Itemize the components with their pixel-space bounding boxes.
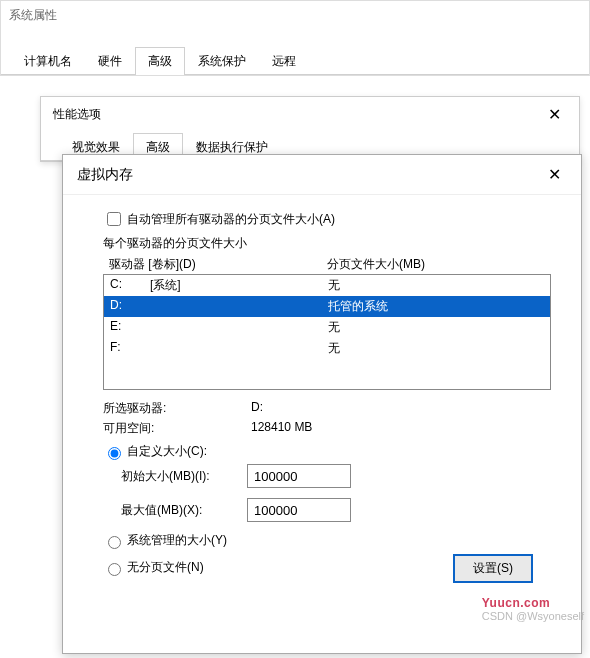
drive-list[interactable]: C: [系统] 无 D: 托管的系统 E: 无 F: 无 [103, 274, 551, 390]
max-size-label: 最大值(MB)(X): [103, 502, 247, 519]
system-managed-label: 系统管理的大小(Y) [127, 532, 227, 549]
system-properties-title: 系统属性 [9, 7, 57, 24]
tab-advanced[interactable]: 高级 [135, 47, 185, 75]
performance-options-title: 性能选项 [53, 106, 101, 123]
tab-computer-name[interactable]: 计算机名 [11, 47, 85, 75]
drive-size: 托管的系统 [328, 298, 544, 315]
no-paging-row: 无分页文件(N) [103, 559, 204, 576]
initial-size-input[interactable] [247, 464, 351, 488]
available-space-row: 可用空间: 128410 MB [103, 420, 551, 437]
drive-list-headers: 驱动器 [卷标](D) 分页文件大小(MB) [109, 256, 551, 273]
drive-letter: D: [110, 298, 150, 315]
each-drive-label: 每个驱动器的分页文件大小 [103, 235, 551, 252]
drive-label [150, 340, 328, 357]
custom-size-label: 自定义大小(C): [127, 443, 207, 460]
custom-size-radio[interactable] [108, 447, 121, 460]
system-managed-radio[interactable] [108, 536, 121, 549]
selected-drive-label: 所选驱动器: [103, 400, 251, 417]
drive-row-d[interactable]: D: 托管的系统 [104, 296, 550, 317]
drive-row-e[interactable]: E: 无 [104, 317, 550, 338]
custom-size-row: 自定义大小(C): [103, 443, 551, 460]
drive-size: 无 [328, 277, 544, 294]
auto-manage-label: 自动管理所有驱动器的分页文件大小(A) [127, 211, 335, 228]
virtual-memory-body: 自动管理所有驱动器的分页文件大小(A) 每个驱动器的分页文件大小 驱动器 [卷标… [63, 195, 581, 597]
initial-size-label: 初始大小(MB)(I): [103, 468, 247, 485]
drive-row-c[interactable]: C: [系统] 无 [104, 275, 550, 296]
close-icon[interactable]: ✕ [542, 105, 567, 124]
drive-letter: C: [110, 277, 150, 294]
drive-label [150, 319, 328, 336]
close-icon[interactable]: ✕ [542, 165, 567, 184]
header-drive: 驱动器 [卷标](D) [109, 256, 327, 273]
initial-size-row: 初始大小(MB)(I): [103, 464, 551, 488]
tab-system-protection[interactable]: 系统保护 [185, 47, 259, 75]
tab-hardware[interactable]: 硬件 [85, 47, 135, 75]
drive-letter: F: [110, 340, 150, 357]
selected-drive-row: 所选驱动器: D: [103, 400, 551, 417]
performance-options-titlebar: 性能选项 ✕ [41, 97, 579, 132]
virtual-memory-title: 虚拟内存 [77, 166, 133, 184]
virtual-memory-dialog: 虚拟内存 ✕ 自动管理所有驱动器的分页文件大小(A) 每个驱动器的分页文件大小 … [62, 154, 582, 654]
set-button-row: 设置(S) [453, 554, 551, 583]
selected-drive-value: D: [251, 400, 263, 417]
drive-letter: E: [110, 319, 150, 336]
auto-manage-checkbox[interactable] [107, 212, 121, 226]
drive-label [150, 298, 328, 315]
system-properties-tabs: 计算机名 硬件 高级 系统保护 远程 [1, 46, 589, 75]
max-size-input[interactable] [247, 498, 351, 522]
auto-manage-row: 自动管理所有驱动器的分页文件大小(A) [103, 209, 551, 229]
drive-size: 无 [328, 319, 544, 336]
available-space-value: 128410 MB [251, 420, 312, 437]
tab-remote[interactable]: 远程 [259, 47, 309, 75]
virtual-memory-titlebar: 虚拟内存 ✕ [63, 155, 581, 195]
max-size-row: 最大值(MB)(X): [103, 498, 551, 522]
no-paging-label: 无分页文件(N) [127, 559, 204, 576]
drive-row-f[interactable]: F: 无 [104, 338, 550, 359]
no-paging-radio[interactable] [108, 563, 121, 576]
performance-options-dialog: 性能选项 ✕ 视觉效果 高级 数据执行保护 [40, 96, 580, 162]
header-size: 分页文件大小(MB) [327, 256, 551, 273]
drive-size: 无 [328, 340, 544, 357]
drive-label: [系统] [150, 277, 328, 294]
system-managed-row: 系统管理的大小(Y) [103, 532, 551, 549]
system-properties-titlebar: 系统属性 [1, 1, 589, 30]
system-properties-window: 系统属性 计算机名 硬件 高级 系统保护 远程 [0, 0, 590, 76]
available-space-label: 可用空间: [103, 420, 251, 437]
set-button[interactable]: 设置(S) [453, 554, 533, 583]
